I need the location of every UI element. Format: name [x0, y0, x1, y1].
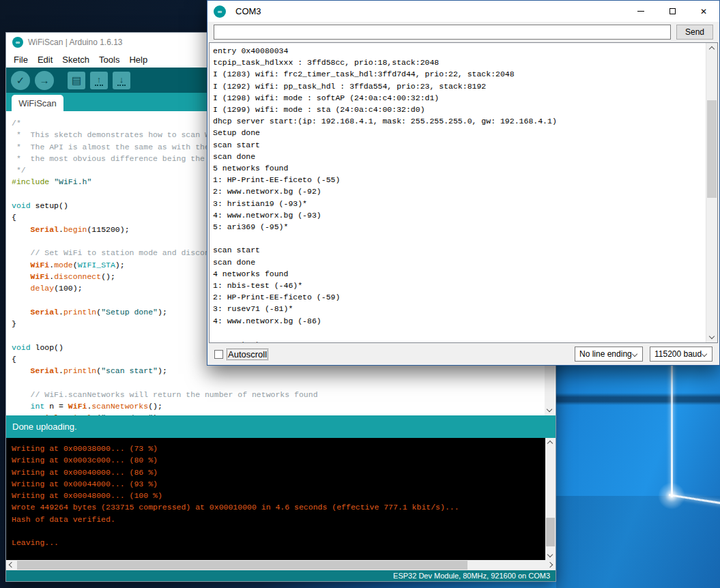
serial-output-line: 2: HP-Print-EE-ficeto (-59): [213, 291, 702, 303]
menu-edit[interactable]: Edit: [33, 55, 57, 65]
serial-output-line: 1: nbis-test (-46)*: [213, 280, 702, 291]
code-line: Serial.println("scan done");: [12, 412, 543, 415]
status-message: Done uploading.: [12, 422, 77, 432]
close-button[interactable]: ✕: [688, 1, 719, 22]
board-status-text: ESP32 Dev Module, 80MHz, 921600 on COM3: [393, 572, 550, 580]
scroll-down-icon[interactable]: [547, 552, 553, 557]
tab-wifiscan[interactable]: WiFiScan: [12, 95, 63, 111]
serial-output-line: scan done: [213, 151, 702, 162]
serial-input-row: Send: [207, 22, 719, 42]
serial-window-title: COM3: [235, 6, 261, 16]
scroll-up-icon[interactable]: [547, 441, 553, 446]
serial-output-line: scan start: [213, 139, 702, 151]
autoscroll-label[interactable]: Autoscroll: [227, 349, 268, 359]
serial-output-line: entry 0x40080034: [213, 45, 702, 57]
verify-button[interactable]: ✓: [11, 71, 30, 90]
menu-file[interactable]: File: [9, 55, 33, 65]
serial-output-line: tcpip_task_hdlxxx : 3ffd58cc, prio:18,st…: [213, 57, 702, 68]
serial-output-line: [213, 233, 702, 244]
line-ending-value: No line ending: [579, 349, 632, 359]
serial-output-line: scan done: [213, 256, 702, 268]
scroll-down-icon[interactable]: [547, 407, 552, 412]
serial-output-line: 3: rusev71 (-81)*: [213, 303, 702, 314]
console-line: Writing at 0x00038000... (73 %): [12, 443, 541, 454]
serial-send-input[interactable]: [214, 25, 671, 40]
serial-output-line: I (1292) wifi: pp_task_hdl : 3ffda554, p…: [213, 80, 702, 92]
code-line: // WiFi.scanNetworks will return the num…: [12, 389, 543, 400]
arduino-logo-icon: ∞: [12, 37, 23, 48]
ide-board-status-bar: ESP32 Dev Module, 80MHz, 921600 on COM3: [6, 570, 556, 581]
line-ending-dropdown[interactable]: No line ending: [575, 347, 643, 362]
console-line: Wrote 449264 bytes (233715 compressed) a…: [12, 501, 541, 513]
scroll-left-icon[interactable]: [9, 562, 14, 568]
ide-status-bar: Done uploading.: [6, 415, 556, 438]
send-button[interactable]: Send: [676, 25, 713, 40]
serial-output-line: [213, 327, 702, 338]
serial-output-line: 4 networks found: [213, 268, 702, 280]
code-line: int n = WiFi.scanNetworks();: [12, 400, 543, 412]
console-line: Writing at 0x0003c000... (80 %): [12, 454, 541, 466]
code-line: [12, 377, 543, 389]
console-output: Writing at 0x00038000... (73 %)Writing a…: [12, 443, 541, 549]
console-line: Writing at 0x00044000... (93 %): [12, 478, 541, 490]
baud-rate-dropdown[interactable]: 115200 baud: [650, 347, 712, 362]
new-sketch-button[interactable]: ▤: [68, 72, 85, 89]
document-icon: ▤: [72, 74, 81, 87]
console-line: [12, 525, 541, 537]
wallpaper-window-beam-vertical: [671, 365, 673, 497]
console-line: Hash of data verified.: [12, 514, 541, 525]
horizontal-scrollbar-thumb[interactable]: [17, 561, 467, 570]
arduino-logo-icon: ∞: [214, 5, 226, 18]
minimize-icon: [637, 11, 644, 12]
ide-console[interactable]: Writing at 0x00038000... (73 %)Writing a…: [6, 438, 556, 560]
wallpaper-light-glow: [658, 482, 685, 510]
serial-output[interactable]: entry 0x40080034tcpip_task_hdlxxx : 3ffd…: [209, 42, 718, 343]
open-icon: ↑: [95, 75, 103, 86]
minimize-button[interactable]: [625, 1, 657, 22]
serial-output-line: scan start: [213, 338, 702, 343]
serial-output-line: Setup done: [213, 127, 702, 138]
baud-rate-value: 115200 baud: [654, 349, 702, 359]
console-line: Writing at 0x00048000... (100 %): [12, 490, 541, 501]
serial-vertical-scrollbar[interactable]: [706, 43, 717, 342]
serial-output-line: 2: www.networx.bg (-92): [213, 186, 702, 197]
scroll-up-icon[interactable]: [709, 46, 715, 52]
save-sketch-button[interactable]: ↓: [113, 72, 130, 89]
serial-output-line: scan start: [213, 244, 702, 256]
maximize-button[interactable]: [657, 1, 688, 22]
right-arrow-icon: →: [40, 74, 50, 86]
chevron-down-icon: [632, 351, 637, 357]
menu-tools[interactable]: Tools: [94, 55, 124, 65]
code-line: Serial.println("scan start");: [12, 365, 543, 377]
serial-titlebar[interactable]: ∞ COM3 ✕: [207, 1, 719, 22]
serial-output-line: 3: hristian19 (-93)*: [213, 198, 702, 209]
serial-output-line: 5: ari369 (-95)*: [213, 221, 702, 233]
upload-button[interactable]: →: [35, 71, 54, 90]
checkmark-icon: ✓: [16, 74, 25, 87]
wallpaper-floor-shade: [556, 496, 720, 588]
serial-output-text: entry 0x40080034tcpip_task_hdlxxx : 3ffd…: [213, 45, 702, 343]
console-vertical-scrollbar[interactable]: [545, 438, 556, 560]
autoscroll-checkbox[interactable]: [214, 350, 223, 359]
scroll-down-icon[interactable]: [709, 334, 715, 339]
open-sketch-button[interactable]: ↑: [90, 72, 108, 89]
serial-monitor-window: ∞ COM3 ✕ Send entry 0x40080034tcpip_task…: [207, 0, 720, 366]
serial-output-line: 4: www.networx.bg (-86): [213, 315, 702, 327]
console-scrollbar-thumb[interactable]: [546, 518, 555, 546]
serial-output-line: I (1299) wifi: mode : sta (24:0a:c4:00:3…: [213, 104, 702, 115]
serial-output-line: 4: www.networx.bg (-93): [213, 209, 702, 221]
serial-bottom-bar: Autoscroll No line ending 115200 baud: [207, 343, 719, 365]
serial-output-line: I (1283) wifi: frc2_timer_task_hdl:3ffd7…: [213, 68, 702, 80]
ide-window-title: WiFiScan | Arduino 1.6.13: [28, 38, 123, 47]
save-icon: ↓: [117, 75, 126, 86]
menu-sketch[interactable]: Sketch: [57, 55, 94, 65]
desktop-wallpaper: ∞ WiFiScan | Arduino 1.6.13 File Edit Sk…: [0, 0, 720, 588]
window-controls: ✕: [625, 1, 719, 22]
maximize-icon: [669, 8, 676, 14]
serial-output-line: dhcp server start:(ip: 192.168.4.1, mask…: [213, 115, 702, 127]
console-line: Leaving...: [12, 537, 541, 548]
serial-scrollbar-thumb[interactable]: [707, 100, 717, 198]
menu-help[interactable]: Help: [124, 55, 152, 65]
console-horizontal-scrollbar[interactable]: [6, 560, 556, 570]
scroll-right-icon[interactable]: [547, 562, 553, 568]
